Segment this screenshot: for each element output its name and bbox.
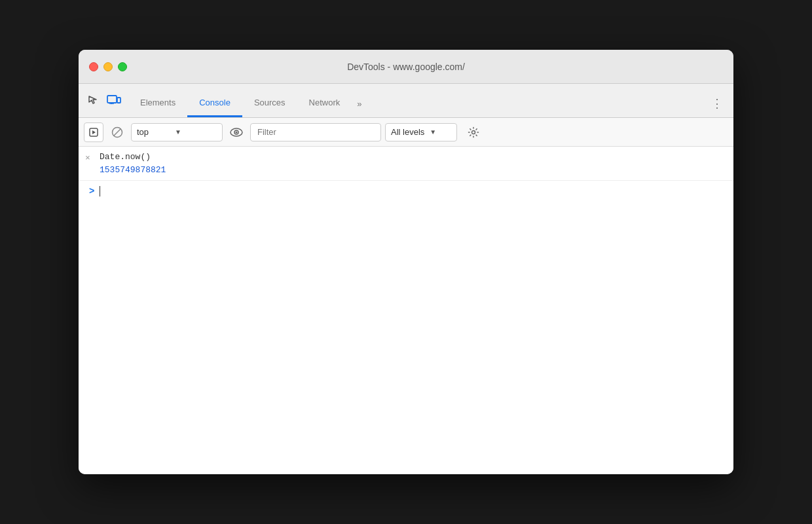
levels-selector[interactable]: All levels ▼ <box>385 123 457 141</box>
devtools-icons <box>84 91 123 117</box>
settings-icon[interactable] <box>464 122 483 142</box>
console-output-line: 1535749878821 <box>100 164 728 177</box>
context-arrow-icon: ▼ <box>175 128 181 136</box>
filter-input[interactable] <box>250 123 381 141</box>
prompt-cursor <box>98 186 100 196</box>
tab-console[interactable]: Console <box>187 90 242 117</box>
title-bar: DevTools - www.google.com/ <box>79 50 733 84</box>
tab-more-button[interactable]: » <box>352 90 367 117</box>
close-button[interactable] <box>89 62 98 71</box>
console-prompt[interactable]: > <box>79 181 733 202</box>
context-selector[interactable]: top ▼ <box>131 123 223 141</box>
svg-marker-5 <box>92 130 96 134</box>
tab-elements[interactable]: Elements <box>128 90 187 117</box>
error-icon: × <box>85 152 90 165</box>
tab-bar: Elements Console Sources Network » ⋮ <box>79 84 733 118</box>
tab-network[interactable]: Network <box>297 90 352 117</box>
console-input-line: Date.now() <box>100 151 728 164</box>
console-toolbar: top ▼ All levels ▼ <box>79 118 733 147</box>
execute-button[interactable] <box>84 122 103 142</box>
clear-button[interactable] <box>107 122 127 142</box>
window-title: DevTools - www.google.com/ <box>347 62 465 72</box>
tab-sources[interactable]: Sources <box>242 90 297 117</box>
console-entry: × Date.now() 1535749878821 <box>79 147 733 181</box>
traffic-lights <box>89 62 127 71</box>
devtools-window: DevTools - www.google.com/ Elements <box>79 50 733 474</box>
svg-line-7 <box>114 128 121 136</box>
maximize-button[interactable] <box>118 62 127 71</box>
svg-rect-0 <box>107 96 117 103</box>
prompt-arrow-icon: > <box>89 186 94 196</box>
console-area: × Date.now() 1535749878821 > <box>79 147 733 474</box>
svg-point-10 <box>236 131 238 133</box>
levels-arrow-icon: ▼ <box>430 128 436 136</box>
eye-icon[interactable] <box>227 122 246 142</box>
device-icon[interactable] <box>105 91 123 109</box>
svg-point-11 <box>472 130 475 134</box>
inspect-icon[interactable] <box>84 91 102 109</box>
minimize-button[interactable] <box>103 62 113 71</box>
svg-rect-1 <box>117 98 120 103</box>
devtools-menu-button[interactable]: ⋮ <box>703 90 731 117</box>
